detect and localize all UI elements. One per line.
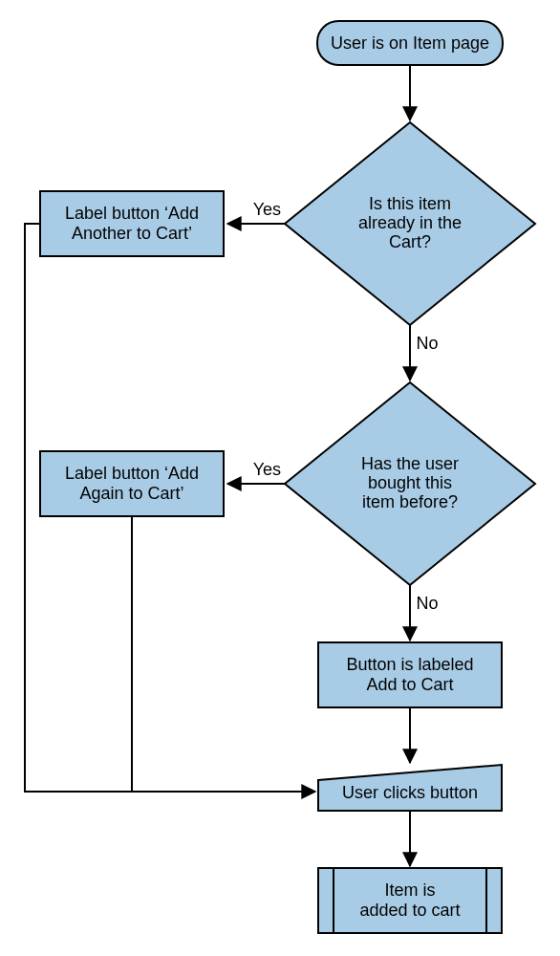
start-node-label: User is on Item page <box>331 33 489 53</box>
edge-decision2-yes-label: Yes <box>253 460 281 479</box>
process-add-another-line2: Another to Cart’ <box>72 224 192 243</box>
decision-bought-line2: bought this <box>368 473 452 492</box>
decision-in-cart-line2: already in the <box>358 213 462 232</box>
edge-decision2-no-label: No <box>416 594 438 613</box>
edge-decision1-no-label: No <box>416 334 438 353</box>
terminator-added-line2: added to cart <box>359 901 460 920</box>
process-add-another-line1: Label button ‘Add <box>65 204 199 223</box>
edge-decision1-yes-label: Yes <box>253 200 281 219</box>
input-user-clicks-label: User clicks button <box>342 783 478 802</box>
process-add-to-cart-line1: Button is labeled <box>346 655 473 674</box>
process-add-again-line2: Again to Cart’ <box>79 484 183 503</box>
decision-in-cart-line1: Is this item <box>369 194 451 213</box>
terminator-added-line1: Item is <box>384 880 435 900</box>
process-add-again-line1: Label button ‘Add <box>65 464 199 483</box>
process-add-to-cart-line2: Add to Cart <box>366 675 453 694</box>
decision-bought-line1: Has the user <box>361 454 459 473</box>
decision-in-cart-line3: Cart? <box>389 232 431 251</box>
decision-bought-line3: item before? <box>362 492 458 511</box>
